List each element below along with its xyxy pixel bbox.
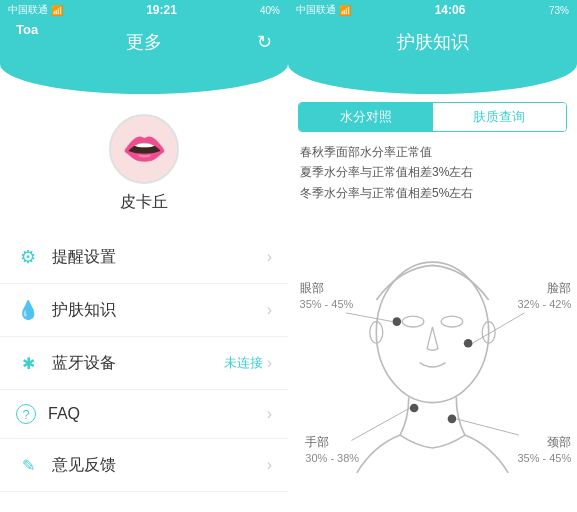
neck-label: 颈部 35% - 45% <box>517 434 571 466</box>
tab-skin[interactable]: 肤质查询 <box>433 103 567 131</box>
face-diagram: 眼部 35% - 45% 脸部 32% - 42% 手部 30% - 38% 颈… <box>288 207 577 512</box>
toa-label: Toa <box>16 22 38 37</box>
left-status-left: 中国联通 📶 <box>8 3 63 17</box>
menu-item-reminder[interactable]: ⚙ 提醒设置 › <box>0 231 288 284</box>
eye-label-name: 眼部 <box>300 280 354 297</box>
info-line-2: 夏季水分率与正常值相差3%左右 <box>300 162 565 182</box>
svg-point-7 <box>448 415 457 424</box>
drop-icon: 💧 <box>16 298 40 322</box>
hand-label-range: 30% - 38% <box>305 451 359 466</box>
left-curve <box>0 64 288 94</box>
right-wifi-icon: 📶 <box>339 5 351 16</box>
chevron-icon-4: › <box>267 405 272 423</box>
svg-point-8 <box>410 404 419 413</box>
edit-icon: ✎ <box>16 453 40 477</box>
chevron-icon-3: › <box>267 354 272 372</box>
right-curve <box>288 64 577 94</box>
right-carrier: 中国联通 <box>296 3 336 17</box>
avatar-image: 👄 <box>122 128 167 170</box>
menu-item-feedback[interactable]: ✎ 意见反馈 › <box>0 439 288 492</box>
left-carrier: 中国联通 <box>8 3 48 17</box>
avatar[interactable]: 👄 <box>109 114 179 184</box>
left-wifi-icon: 📶 <box>51 5 63 16</box>
left-time: 19:21 <box>146 3 177 17</box>
svg-line-9 <box>346 313 392 322</box>
left-battery: 40% <box>260 5 280 16</box>
right-status-left: 中国联通 📶 <box>296 3 351 17</box>
menu-label-reminder: 提醒设置 <box>52 247 267 268</box>
svg-point-2 <box>441 316 463 327</box>
chevron-icon: › <box>267 248 272 266</box>
eye-label: 眼部 35% - 45% <box>300 280 354 312</box>
profile-name: 皮卡丘 <box>120 192 168 213</box>
right-header: 护肤知识 <box>288 20 577 64</box>
eye-label-range: 35% - 45% <box>300 297 354 312</box>
chevron-icon-2: › <box>267 301 272 319</box>
menu-label-feedback: 意见反馈 <box>52 455 267 476</box>
refresh-icon[interactable]: ↻ <box>257 31 272 53</box>
settings-icon: ⚙ <box>16 245 40 269</box>
right-status-right: 73% <box>549 5 569 16</box>
tab-water[interactable]: 水分对照 <box>299 103 433 131</box>
right-header-title: 护肤知识 <box>397 30 469 54</box>
face-label: 脸部 32% - 42% <box>517 280 571 312</box>
menu-list: ⚙ 提醒设置 › 💧 护肤知识 › ✱ 蓝牙设备 未连接 › ? FAQ › ✎… <box>0 231 288 512</box>
menu-item-faq[interactable]: ? FAQ › <box>0 390 288 439</box>
neck-label-name: 颈部 <box>517 434 571 451</box>
svg-line-10 <box>472 313 524 343</box>
svg-point-5 <box>393 317 402 326</box>
info-line-3: 冬季水分率与正常值相差5%左右 <box>300 183 565 203</box>
left-status-right: 40% <box>260 5 280 16</box>
info-line-1: 春秋季面部水分率正常值 <box>300 142 565 162</box>
left-status-bar: 中国联通 📶 19:21 40% <box>0 0 288 20</box>
left-header: Toa 更多 ↻ <box>0 20 288 64</box>
bluetooth-icon: ✱ <box>16 351 40 375</box>
svg-line-11 <box>456 419 519 435</box>
info-text: 春秋季面部水分率正常值 夏季水分率与正常值相差3%左右 冬季水分率与正常值相差5… <box>288 136 577 207</box>
menu-label-bluetooth: 蓝牙设备 <box>52 353 224 374</box>
left-header-title: 更多 <box>126 30 162 54</box>
faq-icon: ? <box>16 404 36 424</box>
svg-point-6 <box>464 339 473 348</box>
right-status-bar: 中国联通 📶 14:06 73% <box>288 0 577 20</box>
bluetooth-badge: 未连接 <box>224 354 263 372</box>
right-panel: 中国联通 📶 14:06 73% 护肤知识 水分对照 肤质查询 春秋季面部水分率… <box>288 0 577 512</box>
menu-label-skincare: 护肤知识 <box>52 300 267 321</box>
menu-item-bluetooth[interactable]: ✱ 蓝牙设备 未连接 › <box>0 337 288 390</box>
face-label-range: 32% - 42% <box>517 297 571 312</box>
neck-label-range: 35% - 45% <box>517 451 571 466</box>
menu-item-skincare[interactable]: 💧 护肤知识 › <box>0 284 288 337</box>
svg-point-1 <box>402 316 424 327</box>
face-label-name: 脸部 <box>517 280 571 297</box>
menu-label-faq: FAQ <box>48 405 267 423</box>
left-panel: 中国联通 📶 19:21 40% Toa 更多 ↻ 👄 皮卡丘 ⚙ 提醒设置 ›… <box>0 0 288 512</box>
hand-label-name: 手部 <box>305 434 359 451</box>
right-battery: 73% <box>549 5 569 16</box>
profile-section: 👄 皮卡丘 <box>0 94 288 223</box>
svg-point-0 <box>376 262 488 403</box>
right-time: 14:06 <box>435 3 466 17</box>
tab-bar: 水分对照 肤质查询 <box>298 102 567 132</box>
chevron-icon-5: › <box>267 456 272 474</box>
hand-label: 手部 30% - 38% <box>305 434 359 466</box>
